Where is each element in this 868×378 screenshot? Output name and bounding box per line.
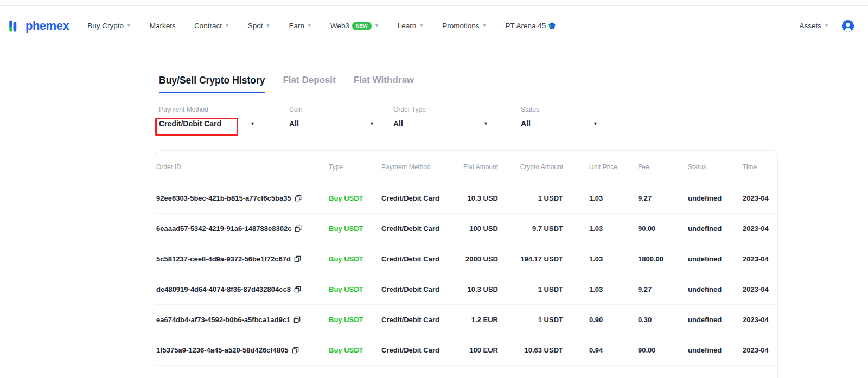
history-tabs: Buy/Sell Crypto History Fiat Deposit Fia… [159,75,414,93]
tab[interactable]: Buy/Sell Crypto History [159,75,265,93]
time: 2023-04 [743,255,778,263]
fiat-amount: 100 USD [452,225,498,233]
nav-menu-item[interactable]: Promotions ▼ [442,22,487,30]
nav-menu: Buy Crypto ▼ Markets Contract ▼ Spot [87,22,556,30]
table-row: 5c581237-cee8-4d9a-9372-56be1f72c67d Buy… [155,244,777,274]
copy-icon[interactable] [293,316,301,323]
fiat-amount: 1.2 EUR [452,316,498,324]
fiat-amount: 10.3 USD [452,285,498,293]
crypto-amount: 1 USDT [498,194,563,202]
status: undefined [688,225,743,233]
nav-item-label: Markets [150,22,176,30]
history-table-card: Order ID Type Payment Method Fiat Amount… [155,150,778,378]
chevron-down-icon: ▼ [374,23,379,28]
unit-price: 1.03 [563,225,638,233]
column-header: Type [329,163,381,171]
copy-icon[interactable] [294,286,301,293]
filter-selected-value: All [289,119,299,128]
fee: 9.27 [638,285,688,293]
nav-menu-item[interactable]: Web3 NEW ▼ [330,22,379,30]
crypto-amount: 1 USDT [498,316,563,324]
status: undefined [688,285,743,293]
fiat-amount: 2000 USD [452,255,498,263]
fiat-amount: 100 EUR [452,346,498,354]
filter-selected-value: All [521,119,531,128]
table-row: 1f5375a9-1236-4a45-a520-58d426cf4805 Buy… [155,335,777,366]
copy-icon[interactable] [295,225,302,232]
status: undefined [688,316,743,324]
fee: 90.00 [638,225,688,233]
column-header: Fee [638,163,688,171]
phemex-logo-icon [8,19,22,33]
unit-price: 1.03 [563,285,638,293]
filter-selected-value: All [393,119,403,128]
table-row: ea674db4-af73-4592-b0b6-a5fbca1ad9c1 Buy… [155,305,777,335]
payment-method: Credit/Debit Card [381,255,452,263]
brand-wordmark: phemex [25,19,69,33]
chevron-down-icon: ▼ [307,23,312,28]
filter-bar: Payment Method Credit/Debit Card ▼ Coin … [155,106,778,144]
assets-menu[interactable]: Assets ▼ [800,22,829,30]
column-header: Unit Price [563,163,638,171]
status: undefined [688,255,743,263]
crypto-amount: 9.7 USDT [498,225,563,233]
chevron-down-icon: ▼ [266,23,271,28]
filter-label: Payment Method [159,106,260,113]
tab[interactable]: Fiat Withdraw [354,75,414,93]
filter-label: Coin [289,106,380,113]
fee: 90.00 [638,346,688,354]
crypto-amount: 10.63 USDT [498,346,563,354]
nav-item-label: Promotions [442,22,479,30]
time: 2023-04 [743,285,778,293]
payment-method: Credit/Debit Card [381,316,452,324]
filter-dropdown[interactable]: Payment Method Credit/Debit Card ▼ [159,106,260,137]
nav-menu-item[interactable]: Earn ▼ [289,22,312,30]
unit-price: 1.03 [563,194,638,202]
time: 2023-04 [743,194,778,202]
crypto-amount: 194.17 USDT [498,255,563,263]
order-id: 92ee6303-5bec-421b-b815-a77cf6c5ba35 [156,194,291,202]
user-avatar[interactable] [842,20,854,32]
filter-dropdown[interactable]: Status All ▼ [521,106,603,137]
fee: 1800.00 [638,255,688,263]
fiat-amount: 10.3 USD [452,194,498,202]
unit-price: 0.90 [563,316,638,324]
nav-menu-item[interactable]: Contract ▼ [194,22,229,30]
nav-item-label: Earn [289,22,305,30]
order-type: Buy USDT [329,316,381,324]
table-row: de480919-4d64-4074-8f36-87d432804cc8 Buy… [155,274,777,305]
nav-menu-item[interactable]: PT Arena 45 [506,22,556,30]
nav-item-label: Spot [248,22,263,30]
column-header: Order ID [156,163,329,171]
fee: 9.27 [638,194,688,202]
phemex-logo[interactable]: phemex [8,19,69,33]
column-header: Payment Method [381,163,452,171]
payment-method: Credit/Debit Card [381,346,452,354]
fee: 0.30 [638,316,688,324]
chevron-down-icon: ▼ [126,23,131,28]
status: undefined [688,346,743,354]
order-type: Buy USDT [329,225,381,233]
nav-menu-item[interactable]: Learn ▼ [398,22,424,30]
filter-dropdown[interactable]: Order Type All ▼ [393,106,494,137]
time: 2023-04 [743,346,778,354]
order-type: Buy USDT [329,255,381,263]
copy-icon[interactable] [295,195,302,202]
order-id: 5c581237-cee8-4d9a-9372-56be1f72c67d [156,255,291,263]
payment-method: Credit/Debit Card [381,194,452,202]
copy-icon[interactable] [294,255,301,262]
tab[interactable]: Fiat Deposit [283,75,335,93]
nav-menu-item[interactable]: Markets [150,22,176,30]
column-header: Status [688,163,743,171]
nav-menu-item[interactable]: Buy Crypto ▼ [87,22,131,30]
copy-icon[interactable] [292,347,299,354]
chevron-down-icon: ▼ [419,23,424,28]
column-header: Fiat Amount [452,163,498,171]
nav-item-label: Learn [398,22,417,30]
table-row: 92ee6303-5bec-421b-b815-a77cf6c5ba35 Buy… [155,183,777,214]
filter-label: Order Type [393,106,494,113]
nav-menu-item[interactable]: Spot ▼ [248,22,271,30]
assets-label: Assets [800,22,822,30]
order-id: ea674db4-af73-4592-b0b6-a5fbca1ad9c1 [156,316,290,324]
filter-dropdown[interactable]: Coin All ▼ [289,106,380,137]
